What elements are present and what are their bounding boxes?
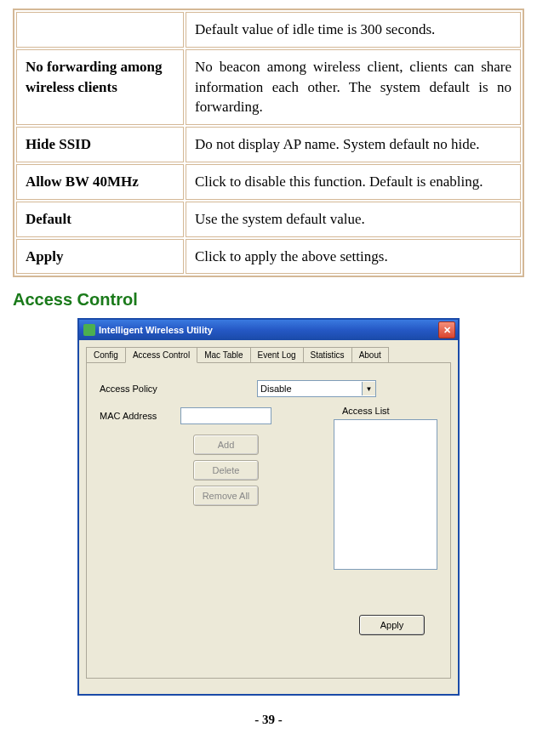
apply-button[interactable]: Apply [359,615,425,635]
table-row: Default value of idle time is 300 second… [16,12,521,48]
mac-address-input[interactable] [180,407,271,424]
row-label: Apply [16,239,184,275]
row-desc: Use the system default value. [186,202,521,237]
app-icon [83,324,95,336]
tab-statistics[interactable]: Statistics [303,347,352,362]
row-label: Hide SSID [16,127,184,162]
delete-button[interactable]: Delete [193,460,259,480]
access-policy-label: Access Policy [100,384,180,394]
settings-table: Default value of idle time is 300 second… [13,9,524,277]
access-policy-dropdown[interactable]: Disable ▼ [257,380,376,397]
dropdown-value: Disable [260,384,292,394]
access-list[interactable] [334,419,437,570]
tab-about[interactable]: About [351,347,389,362]
screenshot-container: Intelligent Wireless Utility ✕ Config Ac… [13,318,524,696]
row-desc: Click to disable this function. Default … [186,164,521,200]
table-row: Default Use the system default value. [16,202,521,237]
row-label: Allow BW 40MHz [16,164,184,200]
page-number: - 39 - [13,713,524,727]
table-row: Hide SSID Do not display AP name. System… [16,127,521,162]
titlebar: Intelligent Wireless Utility ✕ [79,320,458,340]
tab-config[interactable]: Config [86,347,126,362]
tab-mac-table[interactable]: Mac Table [197,347,250,362]
table-row: No forwarding among wireless clients No … [16,49,521,125]
tab-access-control[interactable]: Access Control [125,347,197,363]
app-window: Intelligent Wireless Utility ✕ Config Ac… [77,318,460,696]
tabs: Config Access Control Mac Table Event Lo… [86,347,451,363]
add-button[interactable]: Add [193,435,259,455]
mac-address-label: MAC Address [100,411,180,421]
chevron-down-icon: ▼ [362,382,375,395]
tab-event-log[interactable]: Event Log [250,347,304,362]
row-desc: No beacon among wireless client, clients… [186,49,521,125]
row-label: Default [16,202,184,237]
window-title: Intelligent Wireless Utility [99,325,213,335]
row-desc: Default value of idle time is 300 second… [186,12,521,48]
remove-all-button[interactable]: Remove All [193,486,259,506]
access-list-label: Access List [342,406,390,416]
row-label [16,12,184,48]
close-button[interactable]: ✕ [438,321,455,338]
window-body: Config Access Control Mac Table Event Lo… [79,340,458,694]
table-row: Allow BW 40MHz Click to disable this fun… [16,164,521,200]
tab-content: Access Policy Disable ▼ MAC Address Acce… [86,363,451,679]
row-desc: Click to apply the above settings. [186,239,521,275]
row-label: No forwarding among wireless clients [16,49,184,125]
row-desc: Do not display AP name. System default n… [186,127,521,162]
table-row: Apply Click to apply the above settings. [16,239,521,275]
section-heading: Access Control [13,290,524,310]
